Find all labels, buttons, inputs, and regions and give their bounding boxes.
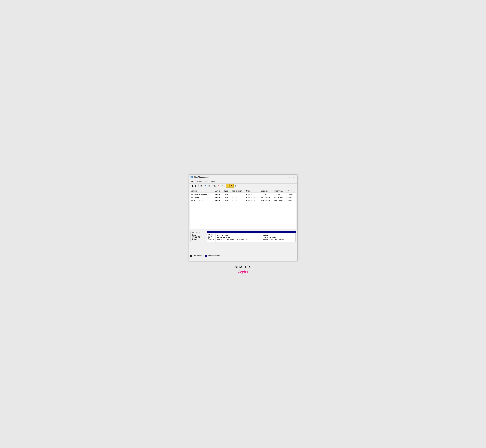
status-segment-3	[261, 258, 297, 261]
cell-capacity: 247.98 GB	[260, 199, 273, 202]
dot-icon	[251, 265, 251, 265]
cell-type: Basic	[223, 199, 231, 202]
table-row[interactable]: (Disk 0 partition 1) Simple Basic Health…	[190, 193, 296, 196]
view-button[interactable]: ▦	[234, 184, 238, 188]
partition-cell-data[interactable]: Data (D:) 228.40 GB NTFS Healthy (Basic …	[262, 233, 296, 242]
title-controls: — □ ✕	[284, 176, 296, 178]
properties-button[interactable]: ▤	[207, 184, 211, 188]
menu-help[interactable]: Help	[210, 180, 216, 183]
partition-bar-row	[207, 231, 296, 233]
minimize-button[interactable]: —	[284, 176, 287, 178]
cell-status: Healthy (E...	[245, 193, 260, 196]
cell-free: 550 MB	[273, 193, 286, 196]
close-button[interactable]: ✕	[292, 176, 296, 178]
primary-label: Primary partition	[208, 255, 220, 257]
disk-partitions: 550 MB Healthy (EFI System P Windows (C:…	[207, 231, 296, 242]
data-name: Data (D:)	[263, 234, 294, 236]
partition-cell-windows[interactable]: Windows (C:) 247.98 GB NTFS Healthy (Boo…	[216, 233, 262, 242]
col-capacity[interactable]: Capacity	[260, 189, 273, 193]
cell-status: Healthy (B...	[245, 196, 260, 199]
disk-table-area[interactable]: Volume Layout Type File System Status Ca…	[190, 189, 296, 229]
efi-status: Healthy (EFI System P	[208, 236, 215, 240]
cell-volume: Data (D:)	[190, 196, 213, 199]
bar-windows	[211, 231, 258, 233]
cell-status: Healthy (B...	[245, 199, 260, 202]
toolbar: ◀ ▶ ▦ ? ▤ 🔌 ✕ ✓ + ↻ ▦	[189, 184, 297, 188]
app-icon: ⊞	[190, 176, 193, 178]
disk-status: Online	[192, 238, 205, 240]
legend-area: Unallocated Primary partition	[189, 254, 297, 258]
main-content: Volume Layout Type File System Status Ca…	[189, 188, 297, 261]
branding: SCALER Topics	[235, 265, 251, 274]
bar-efi	[207, 231, 211, 233]
cell-layout: Simple	[213, 196, 223, 199]
cell-percent: 100 %	[286, 193, 296, 196]
cell-free: 110.01 GB	[273, 196, 286, 199]
disk-drive-icon	[192, 232, 194, 233]
col-filesystem[interactable]: File System	[231, 189, 245, 193]
data-status: Healthy (Basic Data Partition)	[263, 239, 294, 240]
disk-table: Volume Layout Type File System Status Ca…	[190, 189, 296, 202]
menu-bar: File Action View Help	[189, 180, 297, 184]
col-percent[interactable]: % Free	[286, 189, 296, 193]
legend-unallocated: Unallocated	[190, 255, 202, 257]
title-bar: ⊞ Disk Management — □ ✕	[189, 175, 297, 180]
partition-cell-efi[interactable]: 550 MB Healthy (EFI System P	[207, 233, 215, 242]
delete-button[interactable]: ✕	[217, 184, 220, 188]
separator-1	[198, 184, 199, 187]
cell-percent: 48 %	[286, 196, 296, 199]
cell-layout: Simple	[213, 193, 223, 196]
data-size: 228.40 GB NTFS	[263, 237, 294, 239]
table-row[interactable]: Windows (C:) Simple Basic NTFS Healthy (…	[190, 199, 296, 202]
disk-management-window: ⊞ Disk Management — □ ✕ File Action View…	[189, 174, 297, 261]
unallocated-label: Unallocated	[193, 255, 202, 257]
windows-status: Healthy (Boot, Page File, Crash Dump, Ba…	[217, 239, 260, 240]
disk-label: Disk 0 Basic 476.92 GB Online	[190, 231, 207, 242]
menu-view[interactable]: View	[203, 180, 210, 183]
title-bar-left: ⊞ Disk Management	[190, 176, 209, 178]
primary-box	[205, 255, 207, 257]
unallocated-box	[190, 255, 192, 257]
col-layout[interactable]: Layout	[213, 189, 223, 193]
cell-layout: Simple	[213, 199, 223, 202]
maximize-button[interactable]: □	[288, 176, 291, 178]
help-button[interactable]: ?	[203, 184, 207, 188]
forward-button[interactable]: ▶	[194, 184, 198, 188]
check-button[interactable]: ✓	[220, 184, 224, 188]
table-row[interactable]: Data (D:) Simple Basic NTFS Healthy (B..…	[190, 196, 296, 199]
topics-text: Topics	[235, 269, 251, 274]
disk-list-button[interactable]: ▦	[199, 184, 203, 188]
disk-row-0: Disk 0 Basic 476.92 GB Online	[190, 231, 296, 242]
windows-size: 247.98 GB NTFS	[217, 237, 260, 239]
cell-percent: 80 %	[286, 199, 296, 202]
connect-button[interactable]: 🔌	[212, 184, 216, 188]
status-segment-2	[225, 258, 261, 261]
cell-type: Basic	[223, 196, 231, 199]
partition-cells-row: 550 MB Healthy (EFI System P Windows (C:…	[207, 233, 296, 242]
cell-volume: Windows (C:)	[190, 199, 213, 202]
cell-filesystem	[231, 193, 245, 196]
volume-icon	[191, 194, 193, 195]
col-freespace[interactable]: Free Spa...	[273, 189, 286, 193]
col-status[interactable]: Status	[245, 189, 260, 193]
menu-file[interactable]: File	[190, 180, 195, 183]
menu-action[interactable]: Action	[196, 180, 203, 183]
volume-icon	[191, 197, 193, 198]
disk-type: Basic	[192, 234, 205, 236]
cell-filesystem: NTFS	[231, 199, 245, 202]
add-button[interactable]: +	[226, 184, 230, 188]
bar-data	[258, 231, 296, 233]
cell-filesystem: NTFS	[231, 196, 245, 199]
window-title: Disk Management	[194, 176, 209, 178]
back-button[interactable]: ◀	[190, 184, 194, 188]
col-type[interactable]: Type	[223, 189, 231, 193]
disk-map-area: Disk 0 Basic 476.92 GB Online	[190, 230, 296, 253]
cell-capacity: 228.40 GB	[260, 196, 273, 199]
col-volume[interactable]: Volume	[190, 189, 213, 193]
cell-capacity: 550 MB	[260, 193, 273, 196]
status-bar	[189, 258, 297, 261]
disk-name-text: Disk 0	[195, 232, 200, 234]
refresh-button[interactable]: ↻	[230, 184, 234, 188]
cell-free: 199.10 GB	[273, 199, 286, 202]
legend-primary: Primary partition	[205, 255, 220, 257]
